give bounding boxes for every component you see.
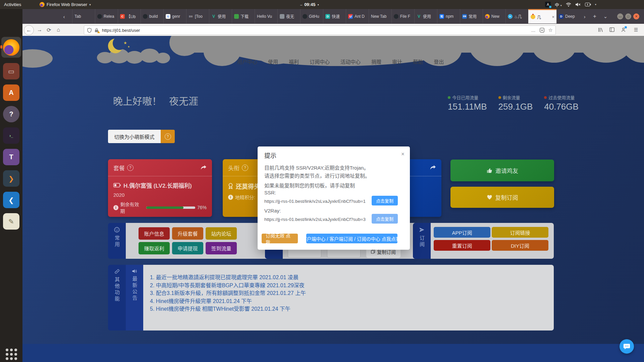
latest-news-tab[interactable]: 最新公告 [126,265,143,330]
common-functions-tab[interactable]: 常用 [108,223,126,259]
nav-welfare[interactable]: 福利 [289,58,299,65]
browser-tab[interactable]: File F [391,9,414,23]
back-button[interactable]: ← [24,25,34,35]
browser-tab[interactable]: ≔[Too [186,9,209,23]
dock-vscode-icon[interactable]: ❮ [3,192,19,208]
hamburger-menu-icon[interactable]: ☰ [632,26,640,34]
activities-button[interactable]: Activities [4,0,21,9]
browser-tab[interactable]: C【Ub [118,9,141,23]
close-button[interactable]: × [633,13,639,19]
list-all-tabs-button[interactable]: ⌄ [601,12,609,20]
subscribe-link-button[interactable]: 订阅链接 [492,227,548,238]
upgrade-plan-button[interactable]: 升级套餐 [172,227,203,240]
browser-tab[interactable]: V使用 [414,9,437,23]
browser-tab[interactable]: New Tab [369,9,391,23]
diy-subscribe-button[interactable]: DIY订阅 [492,240,548,251]
dock-feather-app-icon[interactable]: ❯ [3,170,19,187]
maximize-button[interactable]: ▢ [625,13,631,19]
account-icon[interactable] [621,27,626,32]
tab-scroll-left-button[interactable]: ‹ [60,12,68,20]
browser-tab[interactable]: 知npm [437,9,460,23]
account-info-button[interactable]: 账户信息 [139,227,170,240]
browser-tab[interactable]: EB常用 [460,9,483,23]
screenshot-tool-icon[interactable]: A [545,2,551,7]
browser-tab[interactable]: 夜无 [277,9,300,23]
copy-subscription-button[interactable]: 复制订阅 [450,187,554,208]
dock-firefox-icon[interactable] [3,39,19,56]
question-icon[interactable]: ? [242,165,248,171]
share-icon[interactable] [201,165,207,170]
nav-logout[interactable]: 登出 [434,58,444,65]
checkin-traffic-button[interactable]: 签到流量 [206,242,237,254]
dock-text-editor-icon[interactable]: T [3,149,19,165]
reset-subscribe-button[interactable]: 重置订阅 [434,240,490,251]
url-bar[interactable]: https://j01.best/user … ☆ [84,25,556,35]
browser-tab[interactable]: DDeep [556,9,579,23]
forward-button[interactable]: → [36,26,43,34]
dock-notes-icon[interactable]: ✎ [3,213,19,230]
announcement-link[interactable]: 3. 配合3.1新版本升級，所有餘額調整到抵扣金幣 2021.01.27 上午 [150,289,554,297]
nav-usage[interactable]: 使用 [268,58,278,65]
nav-help[interactable]: 帮助 [413,58,423,65]
nav-audit[interactable]: 审计 [392,58,402,65]
announcement-link[interactable]: 5. Hinet機房硬件升級 相關TWHinet受影響 2021.01.24 下… [150,305,554,313]
browser-tab[interactable]: New [483,9,505,23]
tracking-protection-shield-icon[interactable] [87,28,92,33]
dock-archive-icon[interactable]: ▭ [3,63,19,79]
battery-icon[interactable] [585,3,591,6]
pocket-icon[interactable] [540,28,544,33]
dock-software-icon[interactable]: A [3,84,19,101]
dialog-close-icon[interactable]: × [401,151,405,158]
chat-widget-button[interactable] [620,339,634,354]
browser-tab[interactable]: Relea [95,9,118,23]
minimize-button[interactable]: — [617,13,623,19]
reload-button[interactable]: ⟳ [45,26,53,34]
dock-terminal-icon[interactable]: ›_ [3,127,19,144]
ssr-copy-button[interactable]: 点击复制 [372,196,398,205]
browser-tab[interactable]: D快速 [323,9,346,23]
nav-subscribe-center[interactable]: 订阅中心 [310,58,330,65]
url-text[interactable]: https://j01.best/user [102,28,531,33]
sidebar-toggle-icon[interactable] [609,27,614,32]
page-actions-icon[interactable]: … [531,28,536,33]
client-center-button[interactable]: 客户端中心 / 客户端订阅 / 订阅の中心 点我点我! [306,234,397,243]
earn-rebate-button[interactable]: 赚取返利 [139,242,170,254]
volume-muted-icon[interactable] [575,2,581,7]
wifi-icon[interactable] [566,2,571,7]
mode-help-button[interactable]: ? [161,130,175,143]
announcement-link[interactable]: 1. 最近一批地精邀請返利提現已提現處理完畢 2021.02.01 凌晨 [150,274,554,282]
forum-button[interactable]: 站内论坛 [206,227,237,240]
lock-warning-icon[interactable] [95,28,99,33]
subscription-invalid-button[interactable]: 订阅无效 点我 [262,234,298,243]
library-icon[interactable] [598,27,603,32]
ssr-url[interactable]: https://jj-rss-01.best/link/v2sLvaJyxkrE… [264,199,366,204]
bookmark-star-icon[interactable]: ☆ [548,27,553,33]
new-tab-button[interactable]: + [591,12,599,20]
app-menu[interactable]: Firefox Web Browser ▾ [40,0,91,9]
browser-tab[interactable]: build [141,9,163,23]
announcement-link[interactable]: 2. 中高短期/中等長期套餐新增BGP入口華東專線 2021.01.29深夜 [150,282,554,290]
input-method-indicator[interactable]: 中 ▾ [555,1,562,8]
dock-help-icon[interactable]: ? [3,106,19,122]
v2ray-url[interactable]: https://jj-rss-01.best/link/v2sLvaJyxkrE… [264,217,366,222]
browser-tab[interactable]: Tab [72,9,95,23]
subscribe-tab[interactable]: 订阅 [413,223,431,259]
browser-tab[interactable]: 下载 [232,9,255,23]
share-icon[interactable] [430,165,436,170]
mode-toggle-button[interactable]: 切换为小萌新模式 [108,130,161,143]
browser-tab[interactable]: ▸♨几 [505,9,528,23]
invite-friends-button[interactable]: 邀请鸡友 [450,160,554,181]
browser-tab[interactable]: Ggenr [163,9,186,23]
other-functions-tab[interactable]: 其他功能 [108,265,126,330]
home-button[interactable]: ⌂ [55,26,62,34]
browser-tab[interactable]: Hello Vu [255,9,277,23]
v2ray-copy-button[interactable]: 点击复制 [372,214,398,224]
browser-tab[interactable]: UAnt D [346,9,369,23]
question-icon[interactable]: ? [127,165,133,171]
show-applications-button[interactable] [6,349,17,360]
nav-donate[interactable]: 捐赠 [371,58,381,65]
nav-activity-center[interactable]: 活动中心 [340,58,361,65]
browser-tab-active[interactable]: 几 × [528,9,556,23]
system-menu-caret-icon[interactable]: ▾ [595,3,596,6]
tab-scroll-right-button[interactable]: › [581,12,589,20]
